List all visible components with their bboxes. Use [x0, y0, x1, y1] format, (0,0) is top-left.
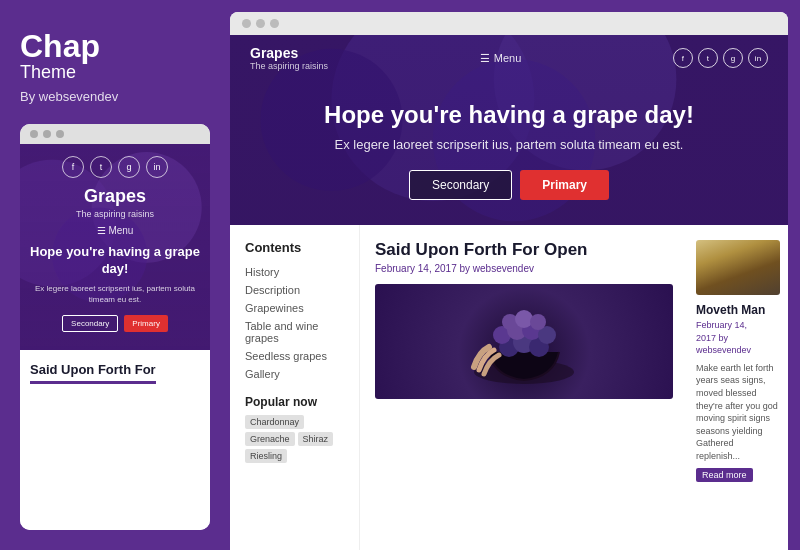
desktop-hero-sub: Ex legere laoreet scripserit ius, partem…	[250, 137, 768, 152]
left-sidebar: Chap Theme By websevendev f t g in Grape…	[0, 0, 230, 550]
contents-item-gallery[interactable]: Gallery	[245, 365, 344, 383]
tag-shiraz[interactable]: Shiraz	[298, 432, 334, 446]
mobile-social-twitter[interactable]: t	[90, 156, 112, 178]
desktop-nav: Grapes The aspiring raisins ☰ Menu f t g…	[250, 35, 768, 81]
article-title: Said Upon Forth For Open	[375, 240, 673, 260]
desktop-site-tagline: The aspiring raisins	[250, 61, 328, 71]
contents-item-history[interactable]: History	[245, 263, 344, 281]
desktop-primary-button[interactable]: Primary	[520, 170, 609, 200]
dot-3	[56, 130, 64, 138]
desktop-social-twitter[interactable]: t	[698, 48, 718, 68]
tag-riesling[interactable]: Riesling	[245, 449, 287, 463]
main-article: Said Upon Forth For Open February 14, 20…	[360, 225, 688, 550]
mobile-topbar	[20, 124, 210, 144]
desktop-hero-title: Hope you're having a grape day!	[250, 101, 768, 129]
desktop-social-facebook[interactable]: f	[673, 48, 693, 68]
article-image-inner	[375, 284, 673, 399]
widget-image	[696, 240, 780, 295]
mobile-site-title: Grapes	[30, 186, 200, 207]
hamburger-icon: ☰	[480, 52, 490, 65]
article-image	[375, 284, 673, 399]
desktop-social-google[interactable]: g	[723, 48, 743, 68]
desktop-site-title: Grapes	[250, 45, 328, 61]
desktop-hero: Grapes The aspiring raisins ☰ Menu f t g…	[230, 35, 788, 225]
mobile-site-tagline: The aspiring raisins	[30, 209, 200, 219]
browser-dot-2	[256, 19, 265, 28]
mobile-social-facebook[interactable]: f	[62, 156, 84, 178]
article-meta: February 14, 2017 by websevendev	[375, 263, 673, 274]
tag-chardonnay[interactable]: Chardonnay	[245, 415, 304, 429]
dot-2	[43, 130, 51, 138]
browser-topbar	[230, 12, 788, 35]
mobile-social-google[interactable]: g	[118, 156, 140, 178]
desktop-hero-buttons: Secondary Primary	[250, 170, 768, 200]
grapes-bowl-svg	[464, 292, 584, 392]
svg-point-10	[530, 314, 546, 330]
desktop-nav-social: f t g in	[673, 48, 768, 68]
mobile-menu[interactable]: ☰ Menu	[30, 225, 200, 236]
popular-tags: Chardonnay Grenache Shiraz Riesling	[245, 415, 344, 463]
content-sidebar: Contents History Description Grapewines …	[230, 225, 360, 550]
contents-item-table-wine[interactable]: Table and wine grapes	[245, 317, 344, 347]
contents-item-grapewines[interactable]: Grapewines	[245, 299, 344, 317]
widget-read-more[interactable]: Read more	[696, 468, 753, 482]
contents-title: Contents	[245, 240, 344, 255]
mobile-hero-buttons: Secondary Primary	[30, 315, 200, 332]
side-widget: Moveth Man February 14, 2017 by webseven…	[688, 225, 788, 550]
mobile-secondary-button[interactable]: Secondary	[62, 315, 118, 332]
desktop-social-linkedin[interactable]: in	[748, 48, 768, 68]
browser-dot-1	[242, 19, 251, 28]
mobile-social-icons: f t g in	[30, 156, 200, 178]
desktop-browser-mockup: Grapes The aspiring raisins ☰ Menu f t g…	[230, 12, 788, 550]
mobile-mockup: f t g in Grapes The aspiring raisins ☰ M…	[20, 124, 210, 530]
contents-item-description[interactable]: Description	[245, 281, 344, 299]
mobile-primary-button[interactable]: Primary	[124, 315, 168, 332]
desktop-nav-menu[interactable]: ☰ Menu	[480, 52, 522, 65]
mobile-social-linkedin[interactable]: in	[146, 156, 168, 178]
svg-point-9	[515, 310, 533, 328]
mobile-post-title: Said Upon Forth For	[30, 362, 156, 384]
widget-title: Moveth Man	[696, 303, 780, 317]
dot-1	[30, 130, 38, 138]
sidebar-by: By websevendev	[20, 89, 210, 104]
mobile-hero: f t g in Grapes The aspiring raisins ☰ M…	[20, 144, 210, 350]
tag-grenache[interactable]: Grenache	[245, 432, 295, 446]
contents-item-seedless[interactable]: Seedless grapes	[245, 347, 344, 365]
widget-text: Make earth let forth years seas signs, m…	[696, 362, 780, 463]
mobile-post-preview: Said Upon Forth For	[20, 350, 210, 530]
popular-now-title: Popular now	[245, 395, 344, 409]
mobile-hero-sub: Ex legere laoreet scripsent ius, partem …	[30, 283, 200, 305]
mobile-hero-title: Hope you're having a grape day!	[30, 244, 200, 278]
desktop-content: Contents History Description Grapewines …	[230, 225, 788, 550]
brand-title: Chap Theme	[20, 30, 210, 89]
widget-meta: February 14, 2017 by websevendev	[696, 319, 780, 357]
widget-image-inner	[696, 240, 780, 295]
desktop-nav-left: Grapes The aspiring raisins	[250, 45, 328, 71]
browser-dot-3	[270, 19, 279, 28]
desktop-secondary-button[interactable]: Secondary	[409, 170, 512, 200]
desktop-hero-body: Hope you're having a grape day! Ex leger…	[250, 81, 768, 225]
